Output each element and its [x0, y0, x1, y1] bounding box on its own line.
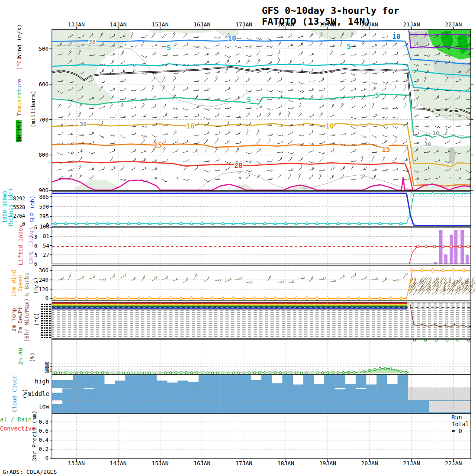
rh2m-marker — [369, 370, 371, 372]
cape-bar — [466, 255, 469, 264]
cloud-low-bar — [62, 400, 73, 413]
tick-label: -6 — [31, 225, 37, 231]
cloud-high-bar — [125, 375, 136, 388]
wind10m-marker — [242, 296, 245, 300]
cloud-high-bar — [314, 384, 325, 388]
convective-legend: Convective — [0, 426, 35, 432]
month-label: 16JAN — [193, 22, 210, 27]
rh2m-marker — [332, 372, 334, 374]
rh2m-marker — [91, 372, 93, 374]
cloud-low-bar — [251, 400, 262, 413]
precip-axis-label: 3hr Precip (mm) — [32, 410, 37, 461]
wind10m-marker — [295, 296, 298, 300]
wind10m-marker — [85, 296, 88, 300]
lifted-index-marker — [433, 245, 436, 248]
temperature-letter: e — [16, 79, 23, 82]
cloud-cover-units-label: (%) — [22, 389, 28, 399]
cloud-high-bar — [398, 375, 408, 388]
rh2m-marker — [363, 370, 365, 373]
tick-label: 0.2 — [39, 447, 48, 452]
cloud-middle-bar — [241, 388, 251, 400]
cloud-low-bar — [146, 400, 157, 413]
cloud-low-bar — [136, 400, 147, 413]
temp-contour-label: 5 — [375, 91, 379, 100]
tick-label: 120 — [39, 287, 48, 293]
cloud-high-bar — [387, 384, 398, 388]
cloud-high-bar — [356, 375, 367, 388]
temperature-letter: r — [16, 82, 23, 86]
wind10m-axis-label-2: Speed — [17, 275, 23, 292]
rh2m-marker — [122, 372, 125, 374]
rh2m-marker — [138, 372, 140, 374]
cloud-middle-bar — [387, 388, 398, 400]
rh2m-marker — [280, 372, 282, 374]
rh2m-marker — [400, 370, 402, 372]
thickness-marker — [410, 192, 413, 195]
lifted-index-marker — [425, 245, 428, 248]
cloud-middle-bar — [157, 388, 167, 400]
cloud-high-bar — [115, 381, 125, 388]
cloud-high-bar — [241, 375, 251, 388]
cloud-high-bar — [104, 384, 115, 388]
cloud-low-bar — [199, 400, 209, 413]
panel1-temperature-axis-label: Temperature — [16, 79, 22, 116]
wind10m-marker — [368, 296, 371, 300]
tick-label: 500 — [39, 46, 48, 52]
cloud-high-bar — [272, 383, 283, 388]
cloud-low-bar — [282, 400, 293, 413]
total-rain-legend: al / Rain — [0, 417, 32, 423]
cloud-middle-bar — [366, 388, 377, 400]
cloud-high-bar — [73, 375, 84, 388]
lifted-index-axis-label: Lifted Index — [18, 225, 23, 265]
cloud-cover-axis-label: Cloud Cover — [12, 375, 17, 412]
cloud-high-bar — [324, 375, 335, 388]
wind10m-marker — [232, 296, 235, 300]
cape-bar — [450, 235, 453, 264]
slp-line — [52, 193, 471, 226]
wind10m-barbs — [58, 272, 475, 295]
rh2m-marker — [59, 372, 61, 374]
month-label: 17JAN — [235, 460, 252, 466]
wind10m-marker — [117, 296, 120, 300]
cloud-high-bar — [303, 375, 314, 388]
cloud-low-bar — [345, 400, 356, 413]
cape-axis-label: CAPE (J/kg) — [28, 227, 34, 264]
rh2m-marker — [70, 372, 72, 374]
wind10m-marker — [452, 268, 455, 272]
tick-label: 900 — [39, 188, 48, 193]
rh2m-marker — [128, 372, 130, 374]
wind10m-marker — [169, 296, 172, 300]
tick-label: 800 — [39, 152, 48, 158]
cloud-low-bar — [94, 400, 105, 413]
cloud-low-bar — [356, 400, 367, 413]
t2m-axis-overlap-texture — [41, 303, 51, 338]
month-label: 13JAN — [68, 22, 85, 27]
grads-credit: GrADS: COLA/IGES — [3, 469, 57, 475]
wind10m-marker — [410, 268, 413, 272]
cloud-middle-bar — [345, 388, 356, 400]
month-label: 15JAN — [151, 460, 168, 466]
month-label: 20JAN — [361, 22, 378, 27]
cloud-high-bar — [188, 382, 199, 388]
temperature-letter: e — [16, 109, 23, 113]
temp-contour-label: 10 — [325, 122, 334, 130]
wind10m-marker — [75, 296, 78, 300]
tick-label: 2764 — [13, 214, 25, 219]
wind10m-marker — [180, 296, 183, 300]
lifted-index-marker — [458, 245, 461, 248]
tick-label: 20 — [45, 370, 49, 374]
rh2m-marker — [222, 372, 224, 374]
rh2m-marker — [258, 372, 261, 374]
cloud-middle-bar — [219, 388, 230, 400]
cloud-high-bar — [230, 375, 241, 388]
rh2m-marker — [159, 372, 161, 374]
rh2m-marker — [353, 371, 355, 373]
rh2m-marker — [264, 372, 266, 374]
panel3-border — [52, 227, 471, 264]
rh2m-marker — [80, 372, 83, 374]
wind10m-marker — [159, 296, 162, 300]
cloud-middle-bar — [125, 388, 136, 400]
cloud-middle-bar — [146, 388, 157, 400]
cloud-low-bar — [73, 400, 84, 413]
cloud-low-bar — [52, 404, 63, 413]
